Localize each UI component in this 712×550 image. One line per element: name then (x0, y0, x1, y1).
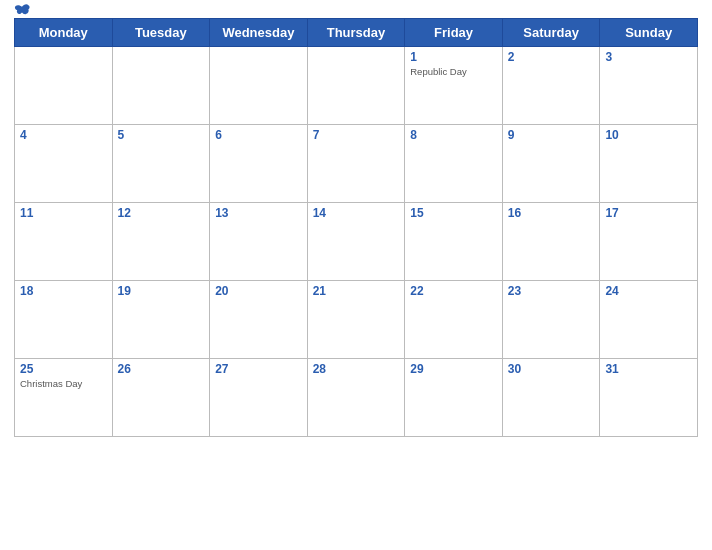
logo-blue-text (14, 3, 32, 17)
calendar-cell: 7 (307, 125, 405, 203)
date-number: 27 (215, 362, 302, 376)
calendar-cell: 24 (600, 281, 698, 359)
date-number: 19 (118, 284, 205, 298)
calendar-cell (307, 47, 405, 125)
calendar-cell: 28 (307, 359, 405, 437)
day-header-monday: Monday (15, 19, 113, 47)
calendar-cell: 6 (210, 125, 308, 203)
calendar-cell (112, 47, 210, 125)
date-number: 21 (313, 284, 400, 298)
day-header-tuesday: Tuesday (112, 19, 210, 47)
date-number: 11 (20, 206, 107, 220)
calendar-cell (210, 47, 308, 125)
date-number: 30 (508, 362, 595, 376)
date-number: 10 (605, 128, 692, 142)
week-row-5: 25Christmas Day262728293031 (15, 359, 698, 437)
date-number: 24 (605, 284, 692, 298)
calendar-cell: 14 (307, 203, 405, 281)
date-number: 31 (605, 362, 692, 376)
date-number: 5 (118, 128, 205, 142)
calendar-cell: 20 (210, 281, 308, 359)
holiday-label: Republic Day (410, 66, 497, 78)
date-number: 20 (215, 284, 302, 298)
calendar-cell: 21 (307, 281, 405, 359)
day-header-friday: Friday (405, 19, 503, 47)
date-number: 17 (605, 206, 692, 220)
date-number: 14 (313, 206, 400, 220)
calendar-cell: 1Republic Day (405, 47, 503, 125)
date-number: 25 (20, 362, 107, 376)
calendar-cell: 22 (405, 281, 503, 359)
calendar-cell: 5 (112, 125, 210, 203)
date-number: 18 (20, 284, 107, 298)
calendar-cell: 8 (405, 125, 503, 203)
calendar-cell: 18 (15, 281, 113, 359)
day-header-sunday: Sunday (600, 19, 698, 47)
calendar-cell: 16 (502, 203, 600, 281)
date-number: 2 (508, 50, 595, 64)
calendar-cell: 4 (15, 125, 113, 203)
date-number: 12 (118, 206, 205, 220)
holiday-label: Christmas Day (20, 378, 107, 390)
date-number: 26 (118, 362, 205, 376)
date-number: 13 (215, 206, 302, 220)
calendar-cell: 27 (210, 359, 308, 437)
calendar-cell: 17 (600, 203, 698, 281)
date-number: 6 (215, 128, 302, 142)
calendar-cell: 11 (15, 203, 113, 281)
calendar-container: MondayTuesdayWednesdayThursdayFridaySatu… (0, 0, 712, 550)
day-header-saturday: Saturday (502, 19, 600, 47)
calendar-cell: 19 (112, 281, 210, 359)
date-number: 15 (410, 206, 497, 220)
calendar-cell: 13 (210, 203, 308, 281)
calendar-cell: 25Christmas Day (15, 359, 113, 437)
date-number: 23 (508, 284, 595, 298)
calendar-table: MondayTuesdayWednesdayThursdayFridaySatu… (14, 18, 698, 437)
date-number: 22 (410, 284, 497, 298)
week-row-2: 45678910 (15, 125, 698, 203)
calendar-cell: 15 (405, 203, 503, 281)
week-row-1: 1Republic Day23 (15, 47, 698, 125)
calendar-cell: 9 (502, 125, 600, 203)
day-header-row: MondayTuesdayWednesdayThursdayFridaySatu… (15, 19, 698, 47)
week-row-3: 11121314151617 (15, 203, 698, 281)
calendar-cell (15, 47, 113, 125)
date-number: 16 (508, 206, 595, 220)
date-number: 29 (410, 362, 497, 376)
calendar-cell: 29 (405, 359, 503, 437)
date-number: 9 (508, 128, 595, 142)
date-number: 28 (313, 362, 400, 376)
date-number: 8 (410, 128, 497, 142)
day-header-wednesday: Wednesday (210, 19, 308, 47)
date-number: 7 (313, 128, 400, 142)
calendar-cell: 12 (112, 203, 210, 281)
date-number: 3 (605, 50, 692, 64)
date-number: 4 (20, 128, 107, 142)
day-header-thursday: Thursday (307, 19, 405, 47)
calendar-cell: 3 (600, 47, 698, 125)
calendar-cell: 2 (502, 47, 600, 125)
week-row-4: 18192021222324 (15, 281, 698, 359)
calendar-cell: 23 (502, 281, 600, 359)
logo (14, 3, 32, 17)
date-number: 1 (410, 50, 497, 64)
calendar-cell: 10 (600, 125, 698, 203)
logo-bird-icon (14, 3, 30, 17)
calendar-cell: 26 (112, 359, 210, 437)
calendar-cell: 30 (502, 359, 600, 437)
calendar-cell: 31 (600, 359, 698, 437)
